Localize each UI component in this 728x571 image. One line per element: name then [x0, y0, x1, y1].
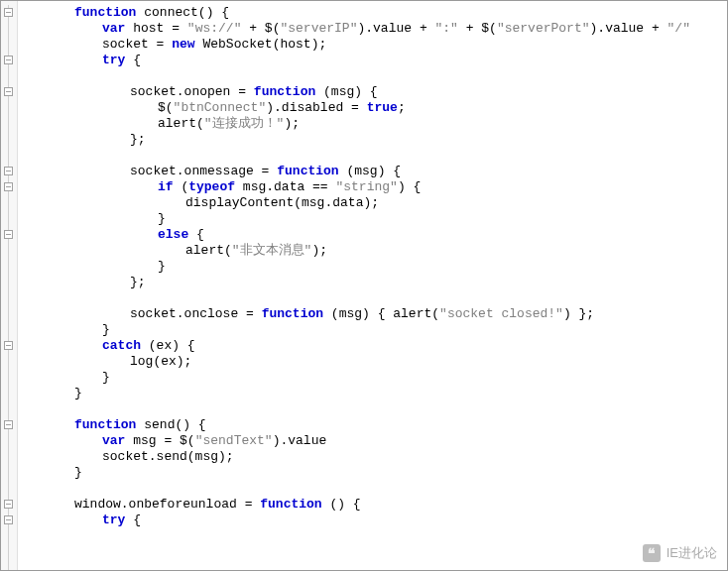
code-line[interactable]: }; [19, 132, 725, 148]
keyword-token: function [254, 84, 315, 99]
code-token: ).value [273, 433, 327, 448]
code-token: socket.onclose = [130, 306, 262, 321]
code-token: (msg) { alert( [323, 306, 439, 321]
fold-collapse-icon[interactable] [4, 182, 13, 191]
code-line[interactable] [19, 68, 725, 84]
wechat-icon: ❝ [643, 544, 661, 562]
string-token: "socket closed!" [439, 306, 563, 321]
fold-collapse-icon[interactable] [4, 515, 13, 524]
code-line[interactable] [19, 401, 725, 417]
code-line[interactable]: log(ex); [19, 354, 725, 370]
code-token: ) }; [563, 306, 594, 321]
code-line[interactable]: socket.onclose = function (msg) { alert(… [19, 306, 725, 322]
keyword-token: try [102, 513, 125, 527]
code-line[interactable]: } [19, 259, 725, 275]
code-token: () { [322, 497, 361, 512]
code-line[interactable]: } [19, 211, 725, 227]
code-token: host = [125, 21, 186, 36]
code-line[interactable]: else { [19, 227, 725, 243]
code-token: ); [311, 243, 327, 258]
code-line[interactable]: function send() { [19, 417, 725, 433]
code-token: (ex) { [141, 338, 195, 353]
code-token: ).value + [357, 21, 434, 36]
string-token: "非文本消息" [232, 243, 312, 258]
code-token: alert( [185, 243, 232, 258]
code-line[interactable]: displayContent(msg.data); [19, 195, 725, 211]
code-token: send() { [136, 417, 205, 432]
string-token: ":" [434, 21, 457, 36]
code-token: + $( [241, 21, 280, 36]
fold-collapse-icon[interactable] [4, 167, 13, 175]
code-line[interactable]: socket.onmessage = function (msg) { [19, 164, 725, 179]
code-line[interactable]: try { [19, 513, 725, 528]
code-line[interactable]: } [19, 386, 725, 401]
fold-gutter [1, 1, 18, 570]
code-line[interactable]: } [19, 370, 725, 386]
code-line[interactable]: var msg = $("sendText").value [19, 433, 725, 449]
keyword-token: new [172, 37, 194, 52]
keyword-token: try [102, 53, 125, 67]
code-token: socket = [102, 37, 172, 52]
string-token: "ws://" [187, 21, 242, 36]
code-line[interactable] [19, 481, 725, 497]
code-line[interactable]: } [19, 465, 725, 481]
keyword-token: function [260, 497, 321, 512]
code-token: WebSocket(host); [195, 37, 327, 52]
code-line[interactable]: } [19, 322, 725, 338]
code-token: socket.onmessage = [130, 164, 277, 178]
code-line[interactable]: socket.onopen = function (msg) { [19, 84, 725, 100]
fold-collapse-icon[interactable] [4, 341, 13, 350]
keyword-token: true [367, 100, 398, 115]
watermark-text: IE进化论 [667, 544, 717, 562]
string-token: "连接成功！" [204, 116, 285, 131]
code-line[interactable]: socket = new WebSocket(host); [19, 37, 725, 53]
code-line[interactable] [19, 148, 725, 164]
code-line[interactable]: $("btnConnect").disabled = true; [19, 100, 725, 116]
code-token: socket.onopen = [130, 84, 254, 99]
fold-collapse-icon[interactable] [4, 500, 13, 509]
string-token: "btnConnect" [174, 100, 267, 115]
fold-collapse-icon[interactable] [4, 56, 13, 64]
code-token: connect() { [136, 5, 229, 20]
string-token: "sendText" [195, 433, 273, 448]
code-line[interactable]: alert("非文本消息"); [19, 243, 725, 259]
code-editor: function connect() {var host = "ws://" +… [0, 0, 728, 571]
keyword-token: var [102, 433, 125, 448]
code-line[interactable]: }; [19, 275, 725, 290]
keyword-token: else [158, 227, 188, 242]
fold-collapse-icon[interactable] [4, 230, 13, 239]
keyword-token: var [102, 21, 125, 36]
keyword-token: if [158, 179, 174, 194]
code-line[interactable]: try { [19, 53, 725, 68]
code-line[interactable]: function connect() { [19, 5, 725, 21]
code-token: displayContent(msg.data); [185, 195, 379, 210]
code-line[interactable] [19, 290, 725, 306]
code-line[interactable]: if (typeof msg.data == "string") { [19, 179, 725, 195]
keyword-token: catch [102, 338, 141, 353]
code-token: window.onbeforeunload = [74, 497, 260, 512]
string-token: "string" [335, 179, 397, 194]
code-token: { [125, 53, 141, 67]
string-token: "/" [667, 21, 690, 36]
fold-collapse-icon[interactable] [4, 420, 13, 429]
code-token: $( [158, 100, 174, 115]
code-line[interactable]: socket.send(msg); [19, 449, 725, 465]
keyword-token: function [277, 164, 338, 178]
code-token: msg.data == [235, 179, 335, 194]
fold-collapse-icon[interactable] [4, 87, 13, 96]
fold-collapse-icon[interactable] [4, 8, 13, 17]
code-line[interactable]: alert("连接成功！"); [19, 116, 725, 132]
code-line[interactable]: var host = "ws://" + $("serverIP").value… [19, 21, 725, 37]
code-token: { [188, 227, 204, 242]
code-token: }; [130, 132, 146, 147]
code-token: (msg) { [339, 164, 401, 178]
watermark: ❝ IE进化论 [643, 544, 717, 562]
code-token: }; [130, 275, 146, 289]
code-area[interactable]: function connect() {var host = "ws://" +… [19, 5, 725, 568]
code-token: ; [398, 100, 406, 115]
code-line[interactable]: catch (ex) { [19, 338, 725, 354]
code-line[interactable]: window.onbeforeunload = function () { [19, 497, 725, 513]
code-token: + $( [458, 21, 497, 36]
code-token: } [74, 386, 82, 400]
code-token: ( [174, 179, 189, 194]
